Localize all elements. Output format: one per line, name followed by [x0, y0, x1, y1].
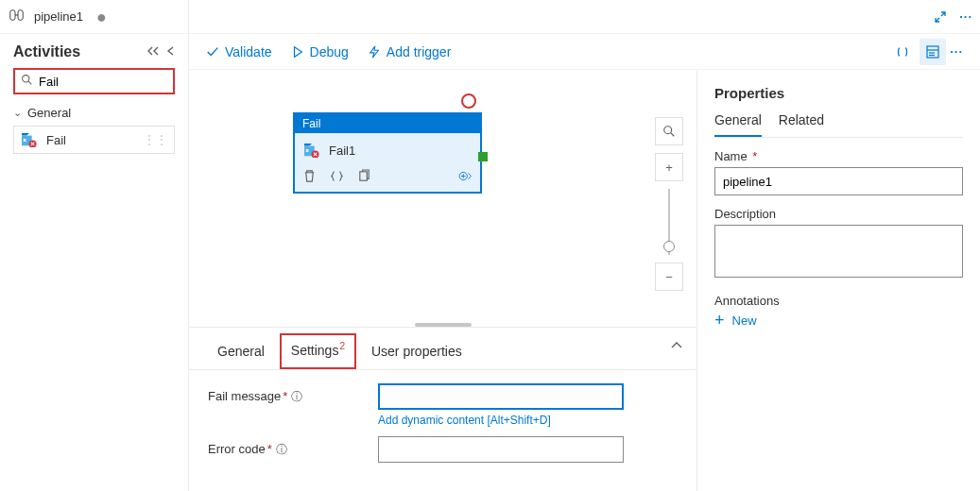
pipeline-tab-label: pipeline1: [34, 9, 83, 24]
fail-activity-icon: [20, 132, 39, 147]
properties-title: Properties: [714, 85, 963, 101]
activities-search[interactable]: [13, 68, 175, 94]
code-view-button[interactable]: [889, 39, 916, 65]
more-menu-toolbar[interactable]: ···: [950, 44, 963, 59]
chevron-down-icon: ⌄: [13, 107, 22, 119]
add-dynamic-content-link[interactable]: Add dynamic content [Alt+Shift+D]: [378, 414, 551, 427]
collapse-double-icon[interactable]: [146, 45, 160, 59]
error-code-label: Error code*ⓘ: [208, 436, 378, 458]
zoom-in-button[interactable]: +: [655, 153, 683, 181]
tab-settings[interactable]: Settings2: [280, 333, 356, 369]
fail-message-input[interactable]: [378, 383, 624, 410]
node-name: Fail1: [329, 144, 355, 158]
props-tab-related[interactable]: Related: [779, 112, 824, 137]
code-braces-icon[interactable]: [330, 169, 344, 186]
new-annotation-label: New: [732, 313, 757, 328]
category-label: General: [27, 106, 71, 120]
svg-point-3: [23, 76, 29, 82]
search-icon: [21, 74, 33, 89]
annotations-label: Annotations: [714, 294, 963, 308]
add-trigger-label: Add trigger: [387, 44, 451, 59]
add-output-icon[interactable]: [458, 169, 473, 186]
zoom-out-button[interactable]: −: [655, 262, 683, 291]
svg-line-16: [671, 133, 675, 137]
zoom-thumb[interactable]: [663, 241, 675, 252]
name-label: Name *: [714, 149, 963, 163]
svg-rect-6: [927, 46, 938, 58]
fail-activity-icon: [302, 143, 321, 158]
pipeline-icon: [9, 8, 26, 25]
marker-circle: [461, 93, 476, 109]
activities-title: Activities: [13, 43, 80, 60]
delete-node-icon[interactable]: [302, 169, 317, 186]
svg-rect-0: [10, 10, 15, 21]
description-input[interactable]: [714, 225, 963, 278]
collapse-icon[interactable]: [165, 45, 175, 59]
properties-toggle[interactable]: [920, 39, 946, 65]
zoom-slider[interactable]: [668, 189, 670, 255]
plus-icon: +: [714, 312, 725, 329]
svg-rect-11: [360, 172, 368, 180]
node-type-label: Fail: [295, 114, 480, 133]
svg-rect-1: [18, 10, 23, 21]
category-general[interactable]: ⌄ General: [0, 102, 188, 124]
fail-message-label: Fail message*ⓘ: [208, 383, 378, 405]
collapse-panel-icon[interactable]: [670, 339, 683, 353]
zoom-controls: + −: [655, 117, 683, 291]
info-icon[interactable]: ⓘ: [276, 443, 287, 456]
more-menu-top[interactable]: ···: [959, 9, 972, 24]
validate-label: Validate: [225, 44, 272, 59]
props-tab-general[interactable]: General: [714, 112, 762, 137]
fail-activity-node[interactable]: Fail Fail1: [293, 112, 482, 194]
expand-button[interactable]: [927, 4, 954, 30]
drag-grip-icon: ⋮⋮: [144, 133, 168, 146]
description-label: Description: [714, 207, 963, 221]
tab-settings-badge: 2: [339, 341, 345, 351]
debug-label: Debug: [310, 44, 349, 59]
add-trigger-button[interactable]: Add trigger: [368, 44, 451, 59]
activity-item-label: Fail: [46, 133, 66, 147]
tab-general[interactable]: General: [208, 338, 274, 368]
pipeline-canvas[interactable]: Fail Fail1: [189, 70, 696, 323]
validate-button[interactable]: Validate: [206, 44, 272, 59]
tab-user-properties[interactable]: User properties: [362, 338, 472, 368]
unsaved-indicator: ●: [96, 8, 107, 25]
new-annotation-button[interactable]: + New: [714, 312, 757, 329]
error-code-input[interactable]: [378, 436, 624, 463]
name-input[interactable]: [714, 167, 963, 195]
activity-item-fail[interactable]: Fail ⋮⋮: [13, 126, 175, 154]
info-icon[interactable]: ⓘ: [291, 390, 302, 403]
svg-line-4: [28, 81, 31, 84]
fit-zoom-icon[interactable]: [655, 117, 683, 145]
tab-settings-label: Settings: [291, 343, 339, 358]
debug-button[interactable]: Debug: [291, 44, 349, 59]
activities-search-input[interactable]: [39, 75, 167, 89]
copy-node-icon[interactable]: [357, 169, 371, 186]
pipeline-tab[interactable]: pipeline1 ●: [0, 0, 188, 34]
output-connector[interactable]: [478, 152, 488, 161]
svg-point-15: [664, 127, 672, 134]
